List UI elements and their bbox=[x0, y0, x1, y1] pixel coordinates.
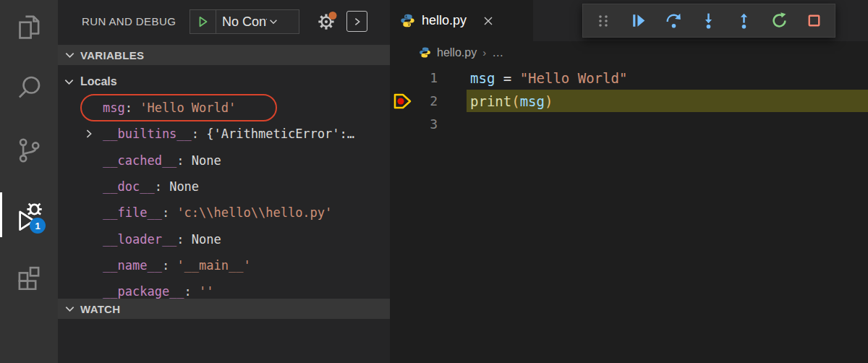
toolbar-move-handle[interactable] bbox=[592, 10, 614, 32]
breadcrumb-file[interactable]: hello.py bbox=[437, 46, 477, 59]
debug-toolbar bbox=[582, 4, 835, 38]
sidebar-item-source-control[interactable] bbox=[0, 127, 58, 174]
variable-value: '__main__' bbox=[176, 258, 250, 273]
debug-badge: 1 bbox=[30, 218, 46, 234]
variables-list: Locals msg: 'Hello World'__builtins__: {… bbox=[58, 65, 390, 299]
code-line-1[interactable]: 1msg = "Hello World" bbox=[390, 67, 868, 90]
scope-locals[interactable]: Locals bbox=[58, 69, 390, 95]
vscode-window: { "activity_bar": { "items": ["explorer"… bbox=[0, 0, 868, 363]
line-text[interactable]: print(msg) bbox=[467, 90, 868, 113]
chevron-down-icon bbox=[64, 304, 75, 315]
variable-name: msg bbox=[103, 101, 125, 115]
scope-locals-label: Locals bbox=[80, 75, 117, 88]
step-into-button[interactable] bbox=[698, 10, 720, 32]
breadcrumb-symbol[interactable]: … bbox=[492, 46, 503, 59]
continue-button[interactable] bbox=[628, 10, 650, 32]
chevron-down-icon bbox=[268, 17, 278, 27]
variable-value: None bbox=[192, 232, 221, 247]
sidebar-titlebar: RUN AND DEBUG No Configurations bbox=[58, 0, 390, 45]
play-icon bbox=[197, 15, 210, 28]
sidebar-item-extensions[interactable] bbox=[0, 251, 58, 299]
activity-bar: 1 bbox=[0, 0, 58, 363]
variable-row-__file__[interactable]: __file__: 'c:\\hello\\hello.py' bbox=[58, 200, 390, 226]
variable-row-msg[interactable]: msg: 'Hello World' bbox=[58, 95, 390, 121]
restart-icon bbox=[770, 11, 789, 30]
python-icon bbox=[419, 46, 431, 59]
explorer-icon bbox=[14, 12, 44, 43]
variable-name: __package__ bbox=[103, 284, 184, 299]
tab-label: hello.py bbox=[422, 13, 467, 28]
step-out-button[interactable] bbox=[733, 10, 755, 32]
variable-row-__cached__[interactable]: __cached__: None bbox=[58, 148, 390, 174]
step-over-button[interactable] bbox=[663, 10, 684, 32]
run-and-debug-sidebar: RUN AND DEBUG No Configurations bbox=[58, 0, 390, 363]
code-line-3[interactable]: 3 bbox=[390, 112, 868, 135]
gear-icon bbox=[315, 9, 339, 34]
chevron-right-icon bbox=[352, 17, 362, 27]
sidebar-item-run-and-debug[interactable]: 1 bbox=[0, 191, 58, 239]
sidebar-item-explorer[interactable] bbox=[0, 4, 58, 51]
variables-section-header[interactable]: VARIABLES bbox=[58, 45, 390, 65]
sidebar-title: RUN AND DEBUG bbox=[82, 15, 176, 27]
notification-dot-icon bbox=[328, 12, 336, 20]
python-icon bbox=[400, 13, 415, 28]
variable-row-__package__[interactable]: __package__: '' bbox=[58, 278, 390, 299]
step-into-icon bbox=[699, 11, 718, 30]
close-icon[interactable] bbox=[482, 15, 494, 27]
extensions-icon bbox=[14, 260, 44, 290]
variable-row-__loader__[interactable]: __loader__: None bbox=[58, 226, 390, 252]
chevron-right-icon: › bbox=[482, 46, 486, 59]
variable-value: 'c:\\hello\\hello.py' bbox=[176, 205, 332, 220]
launch-configuration-dropdown[interactable]: No Configurations bbox=[190, 9, 299, 34]
step-over-icon bbox=[664, 11, 684, 30]
variable-row-__name__[interactable]: __name__: '__main__' bbox=[58, 252, 390, 278]
gutter-glyph[interactable] bbox=[390, 92, 416, 111]
variables-section-label: VARIABLES bbox=[80, 49, 144, 61]
variable-value: 'Hello World' bbox=[140, 101, 236, 115]
watch-section-label: WATCH bbox=[80, 303, 120, 315]
source-control-icon bbox=[14, 135, 44, 166]
line-number: 3 bbox=[416, 116, 438, 132]
variable-row-__builtins__[interactable]: __builtins__: {'ArithmeticError':… bbox=[58, 121, 390, 147]
chevron-right-icon bbox=[84, 129, 103, 139]
search-icon bbox=[14, 72, 44, 103]
variable-value: {'ArithmeticError':… bbox=[206, 127, 354, 141]
variable-name: __cached__ bbox=[103, 153, 176, 168]
stop-icon bbox=[804, 11, 824, 30]
variable-name: __builtins__ bbox=[103, 127, 192, 141]
variable-value: None bbox=[192, 153, 221, 168]
gripper-icon bbox=[595, 12, 611, 30]
debug-settings-button[interactable] bbox=[315, 9, 339, 34]
editor-group: hello.py hello.py › … 1msg = "Hello Worl… bbox=[390, 0, 868, 363]
line-text[interactable]: msg = "Hello World" bbox=[467, 67, 868, 90]
tab-hello-py[interactable]: hello.py bbox=[390, 0, 533, 41]
line-text[interactable] bbox=[467, 112, 868, 135]
line-number: 2 bbox=[416, 93, 438, 108]
continue-icon bbox=[629, 11, 648, 30]
variable-value: '' bbox=[199, 284, 213, 299]
breadcrumb[interactable]: hello.py › … bbox=[390, 41, 868, 64]
variable-name: __file__ bbox=[103, 205, 162, 220]
variable-value: None bbox=[169, 179, 199, 194]
code-line-2[interactable]: 2print(msg) bbox=[390, 90, 868, 113]
watch-section-header[interactable]: WATCH bbox=[58, 299, 390, 319]
variable-name: __loader__ bbox=[103, 232, 176, 247]
variable-name: __doc__ bbox=[103, 179, 155, 194]
debug-console-toggle-button[interactable] bbox=[346, 11, 367, 32]
stop-button[interactable] bbox=[804, 10, 825, 32]
chevron-down-icon bbox=[64, 77, 75, 87]
chevron-down-icon bbox=[64, 50, 75, 61]
code-lines[interactable]: 1msg = "Hello World"2print(msg)3 bbox=[390, 64, 868, 135]
variable-row-__doc__[interactable]: __doc__: None bbox=[58, 174, 390, 200]
line-number: 1 bbox=[416, 70, 438, 85]
variable-name: __name__ bbox=[103, 258, 162, 273]
breakpoint-current-line-icon bbox=[392, 92, 414, 111]
restart-button[interactable] bbox=[768, 10, 790, 32]
sidebar-item-search[interactable] bbox=[0, 64, 58, 111]
start-debug-button[interactable] bbox=[190, 10, 216, 33]
step-out-icon bbox=[734, 11, 754, 30]
configuration-select[interactable]: No Configurations bbox=[216, 14, 267, 30]
